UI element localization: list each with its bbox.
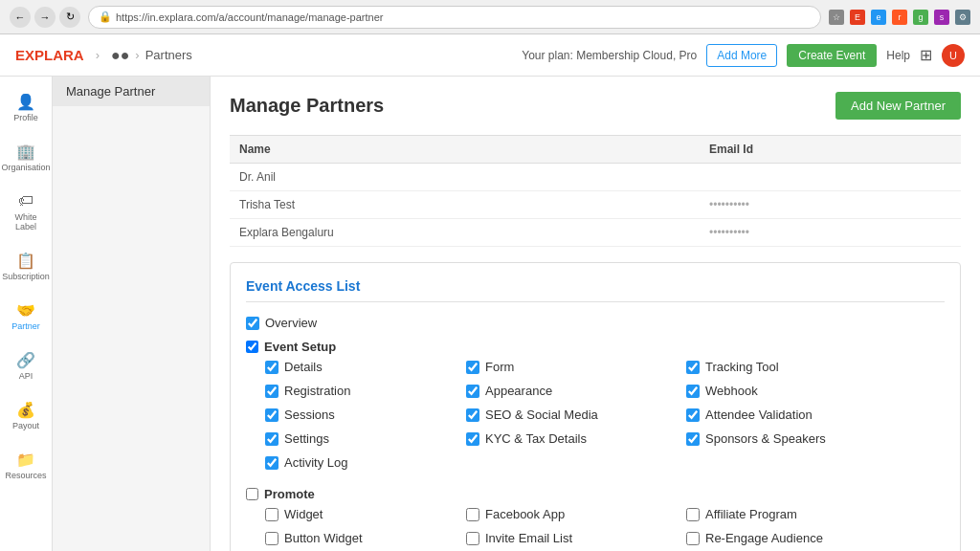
grid-icon[interactable]: ⊞	[920, 46, 932, 64]
ext-icon-3: r	[892, 10, 907, 25]
nav-label-profile: Profile	[13, 113, 38, 122]
col-name: Name	[230, 136, 700, 164]
access-panel: Event Access List Overview Event Setup D…	[230, 262, 961, 551]
activity-log-checkbox[interactable]	[265, 456, 278, 470]
overview-checkbox[interactable]	[246, 317, 259, 330]
appearance-checkbox[interactable]	[466, 385, 479, 398]
kyc-checkbox[interactable]	[466, 432, 479, 446]
breadcrumb-icon: ●●	[111, 47, 129, 64]
check-row-tracking: Tracking Tool	[686, 360, 897, 374]
nav-item-organisation[interactable]: 🏢 Organisation	[0, 134, 52, 180]
forward-btn[interactable]: →	[34, 7, 56, 28]
tracking-tool-checkbox[interactable]	[686, 361, 700, 374]
sessions-checkbox[interactable]	[265, 408, 278, 422]
overview-label: Overview	[265, 316, 317, 330]
nav-label-subscription: Subscription	[2, 272, 50, 281]
nav-label-organisation: Organisation	[1, 163, 50, 172]
check-row-affiliate: Affiliate Program	[686, 507, 897, 521]
settings-icon[interactable]: ⚙	[955, 10, 970, 25]
ext-icon-1: E	[850, 10, 865, 25]
event-setup-header: Event Setup	[246, 340, 945, 354]
nav-item-white-label[interactable]: 🏷 White Label	[0, 184, 52, 239]
check-row-details: Details	[265, 360, 457, 374]
address-bar[interactable]: 🔒 https://in.explara.com/a/account/manag…	[88, 6, 821, 29]
affiliate-label: Affiliate Program	[705, 507, 797, 521]
check-row-sessions: Sessions	[265, 408, 457, 422]
col-email: Email Id	[700, 136, 961, 164]
access-panel-title: Event Access List	[246, 278, 945, 302]
add-more-button[interactable]: Add More	[706, 44, 777, 67]
attendee-validation-checkbox[interactable]	[686, 408, 700, 422]
details-checkbox[interactable]	[265, 361, 278, 374]
add-new-partner-button[interactable]: Add New Partner	[835, 92, 961, 120]
table-row[interactable]: Dr. Anil	[230, 164, 961, 191]
facebook-checkbox[interactable]	[466, 508, 479, 521]
nav-item-payout[interactable]: 💰 Payout	[0, 392, 52, 438]
breadcrumb-partners[interactable]: Partners	[145, 48, 192, 62]
facebook-label: Facebook App	[485, 507, 565, 521]
widget-checkbox[interactable]	[265, 508, 278, 521]
sponsors-checkbox[interactable]	[686, 432, 700, 446]
logo[interactable]: EXPLARA	[15, 47, 84, 63]
row-email	[700, 164, 961, 191]
nav-label-api: API	[19, 371, 33, 381]
organisation-icon: 🏢	[16, 142, 35, 161]
nav-item-subscription[interactable]: 📋 Subscription	[0, 243, 52, 289]
kyc-label: KYC & Tax Details	[485, 431, 587, 446]
refresh-btn[interactable]: ↻	[59, 7, 80, 28]
promote-header: Promote	[246, 487, 945, 501]
check-row-attendee-validation: Attendee Validation	[686, 408, 897, 422]
check-row-sponsors: Sponsors & Speakers	[686, 431, 897, 446]
registration-label: Registration	[284, 384, 350, 398]
form-checkbox[interactable]	[466, 361, 479, 374]
webhook-checkbox[interactable]	[686, 385, 700, 398]
button-widget-checkbox[interactable]	[265, 532, 278, 545]
nav-item-resources[interactable]: 📁 Resources	[0, 442, 52, 488]
sessions-label: Sessions	[284, 408, 335, 422]
left-nav: 👤 Profile 🏢 Organisation 🏷 White Label 📋…	[0, 77, 53, 551]
back-btn[interactable]: ←	[10, 7, 31, 28]
attendee-validation-label: Attendee Validation	[705, 408, 813, 422]
nav-item-partner[interactable]: 🤝 Partner	[0, 293, 52, 339]
details-label: Details	[284, 360, 323, 374]
check-row-reengage: Re-Engage Audience	[686, 531, 897, 545]
help-link[interactable]: Help	[886, 49, 910, 62]
table-row[interactable]: Explara Bengaluru ••••••••••	[230, 219, 961, 247]
check-row-facebook: Facebook App	[466, 507, 677, 521]
row-email: ••••••••••	[700, 219, 961, 247]
nav-item-profile[interactable]: 👤 Profile	[0, 84, 52, 130]
nav-label-payout: Payout	[12, 421, 39, 430]
reengage-checkbox[interactable]	[686, 532, 700, 545]
event-setup-checkbox[interactable]	[246, 341, 258, 353]
seo-label: SEO & Social Media	[485, 408, 598, 422]
affiliate-checkbox[interactable]	[686, 508, 700, 521]
create-event-button[interactable]: Create Event	[787, 44, 877, 67]
check-row-invite-email: Invite Email List	[466, 531, 677, 545]
browser-bar: ← → ↻ 🔒 https://in.explara.com/a/account…	[0, 0, 980, 34]
activity-log-label: Activity Log	[284, 455, 347, 470]
settings-checkbox[interactable]	[265, 432, 278, 446]
browser-icons: ☆ E e r g s ⚙	[829, 10, 970, 25]
invite-email-checkbox[interactable]	[466, 532, 479, 545]
table-row[interactable]: Trisha Test ••••••••••	[230, 191, 961, 219]
registration-checkbox[interactable]	[265, 385, 278, 398]
ext-icon-2: e	[871, 10, 886, 25]
white-label-icon: 🏷	[16, 191, 35, 210]
subscription-icon: 📋	[16, 251, 35, 270]
sponsors-label: Sponsors & Speakers	[705, 431, 826, 446]
api-icon: 🔗	[16, 350, 35, 369]
breadcrumb-sep-1: ›	[96, 48, 100, 62]
webhook-label: Webhook	[705, 384, 758, 398]
nav-item-api[interactable]: 🔗 API	[0, 342, 52, 388]
nav-label-partner: Partner	[11, 321, 40, 331]
check-row-seo: SEO & Social Media	[466, 408, 677, 422]
promote-checkbox[interactable]	[246, 488, 258, 500]
partner-table: Name Email Id Dr. Anil Trisha Test •••••…	[230, 135, 961, 247]
user-avatar[interactable]: U	[942, 44, 965, 67]
invite-email-label: Invite Email List	[485, 531, 572, 545]
form-label: Form	[485, 360, 514, 374]
seo-checkbox[interactable]	[466, 408, 479, 422]
ext-icon-4: g	[913, 10, 928, 25]
sidebar-manage-partner[interactable]: Manage Partner	[53, 77, 210, 106]
check-row-appearance: Appearance	[466, 384, 677, 398]
